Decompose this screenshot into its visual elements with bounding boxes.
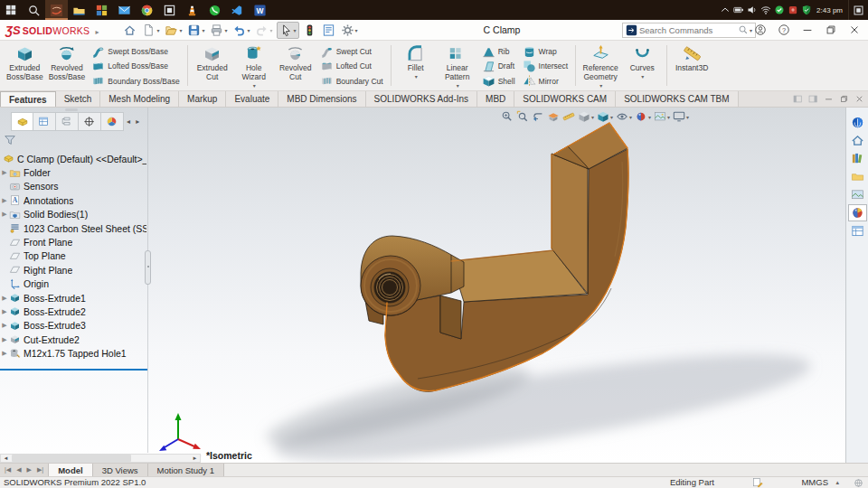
task-pane-threedexperience-button[interactable] xyxy=(848,114,867,131)
ribbon-fillet-button[interactable]: Fillet▾ xyxy=(395,42,437,89)
task-pane-appearances-button[interactable] xyxy=(848,204,867,221)
help-button[interactable]: ? xyxy=(772,21,796,39)
tab-markup[interactable]: Markup xyxy=(179,91,226,107)
expand-arrow-icon[interactable]: ▶ xyxy=(0,308,9,315)
prev-tab-icon[interactable]: ◀ xyxy=(14,466,24,474)
taskbar-tb-whatsapp-button[interactable] xyxy=(203,0,226,20)
model-tab-model[interactable]: Model xyxy=(49,464,92,476)
taskbar-tb-word-button[interactable]: W xyxy=(249,0,271,20)
ribbon-linear-pattern-button[interactable]: Linear Pattern▾ xyxy=(437,42,478,89)
tree-item-solid-bodies-1[interactable]: ▶Solid Bodies(1) xyxy=(0,208,146,221)
options-dropdown-icon[interactable]: ▾ xyxy=(355,27,358,33)
hide-show-items-dropdown-icon[interactable]: ▾ xyxy=(629,114,632,120)
tree-item-boss-extrude3[interactable]: ▶Boss-Extrude3 xyxy=(0,319,146,333)
ribbon-reference-geometry-button[interactable]: Reference Geometry▾ xyxy=(580,42,621,89)
filter-icon[interactable] xyxy=(4,134,16,146)
dock-pane-right-button[interactable] xyxy=(808,94,818,104)
tab-evaluate[interactable]: Evaluate xyxy=(226,91,278,107)
taskbar-tb-vlc-button[interactable] xyxy=(181,0,203,20)
ribbon-extruded-cut-button[interactable]: Extruded Cut xyxy=(192,42,233,89)
file-properties-button[interactable] xyxy=(320,23,337,38)
task-pane-tp-explorer-button[interactable] xyxy=(848,168,867,185)
display-style-button[interactable]: ▾ xyxy=(596,110,614,123)
rollback-bar[interactable] xyxy=(0,369,147,371)
new-document-dropdown-icon[interactable]: ▾ xyxy=(156,27,159,33)
tab-solidworks-cam-tbm[interactable]: SOLIDWORKS CAM TBM xyxy=(616,91,739,107)
tray-tray-chevron-button[interactable] xyxy=(718,0,731,20)
ribbon-reference-geometry-dropdown-icon[interactable]: ▾ xyxy=(599,82,602,89)
expand-arrow-icon[interactable]: ▶ xyxy=(0,169,9,176)
tree-item-boss-extrude1[interactable]: ▶Boss-Extrude1 xyxy=(0,291,146,305)
menu-flyout-arrow-icon[interactable]: ▸ xyxy=(95,28,99,36)
login-button[interactable] xyxy=(749,21,772,39)
tray-speaker-button[interactable] xyxy=(745,0,759,20)
action-center-icon[interactable] xyxy=(848,0,868,20)
tab-mesh-modeling[interactable]: Mesh Modeling xyxy=(100,91,179,107)
task-pane-custom-properties-button[interactable] xyxy=(848,222,867,239)
ribbon-hole-wizard-dropdown-icon[interactable]: ▾ xyxy=(253,82,256,89)
ribbon-swept-boss-base-button[interactable]: Swept Boss/Base xyxy=(88,44,183,59)
ribbon-instant3d-button[interactable]: Instant3D xyxy=(671,42,712,89)
new-document-button[interactable]: ▾ xyxy=(140,23,161,38)
first-tab-icon[interactable]: |◀ xyxy=(2,466,14,474)
tree-item-annotations[interactable]: ▶AAnnotations xyxy=(0,193,146,207)
scroll-left-icon[interactable]: ◄ xyxy=(1,455,11,461)
taskbar-tb-mail-button[interactable] xyxy=(113,0,136,20)
tree-item-sensors[interactable]: Sensors xyxy=(0,180,146,193)
model-tab-motion-study-1[interactable]: Motion Study 1 xyxy=(148,464,224,476)
measure-button[interactable] xyxy=(561,110,576,123)
zoom-to-area-button[interactable] xyxy=(515,110,530,123)
redo-dropdown-icon[interactable]: ▾ xyxy=(269,27,272,33)
taskbar-tb-office-button[interactable] xyxy=(90,0,113,20)
ribbon-hole-wizard-button[interactable]: Hole Wizard▾ xyxy=(233,42,275,89)
expand-arrow-icon[interactable]: ▶ xyxy=(0,197,9,204)
ribbon-extruded-boss-base-button[interactable]: Extruded Boss/Base xyxy=(4,42,46,89)
solidworks-logo[interactable]: ƷS SOLIDWORKS ▸ xyxy=(5,23,99,37)
next-tab-icon[interactable]: ▶ xyxy=(24,466,34,474)
tray-defender-button[interactable] xyxy=(799,0,813,20)
expand-arrow-icon[interactable]: ▶ xyxy=(0,295,9,302)
tab-features[interactable]: Features xyxy=(0,91,56,107)
tab-navigation-buttons[interactable]: |◀ ◀ ▶ ▶| xyxy=(0,464,49,476)
view-settings-dropdown-icon[interactable]: ▾ xyxy=(686,114,689,120)
ribbon-intersect-button[interactable]: Intersect xyxy=(519,59,572,73)
tree-item-origin[interactable]: Origin xyxy=(0,277,146,291)
ribbon-mirror-button[interactable]: Mirror xyxy=(519,74,572,89)
tags-globe-icon[interactable] xyxy=(854,477,863,488)
ribbon-boundary-cut-button[interactable]: Boundary Cut xyxy=(316,74,387,89)
ribbon-draft-button[interactable]: Draft xyxy=(478,59,519,73)
ribbon-wrap-button[interactable]: Wrap xyxy=(519,44,572,59)
tree-item-1023-carbon-steel-sheet-ss[interactable]: 1023 Carbon Steel Sheet (SS) xyxy=(0,221,146,235)
tray-wifi-button[interactable] xyxy=(759,0,772,20)
save-button[interactable]: ▾ xyxy=(185,23,206,38)
undo-dropdown-icon[interactable]: ▾ xyxy=(247,27,250,33)
taskbar-tb-window-button[interactable] xyxy=(158,0,181,20)
tree-horizontal-scrollbar[interactable]: ◄ ► xyxy=(0,454,201,463)
edit-appearance-dropdown-icon[interactable]: ▾ xyxy=(648,114,651,120)
ribbon-revolved-cut-button[interactable]: Revolved Cut xyxy=(275,42,316,89)
tab-mbd[interactable]: MBD xyxy=(477,91,514,107)
options-button[interactable]: ▾ xyxy=(339,23,360,38)
ribbon-revolved-boss-base-button[interactable]: Revolved Boss/Base xyxy=(46,42,89,89)
expand-arrow-icon[interactable]: ▶ xyxy=(0,336,9,343)
task-pane-design-library-button[interactable] xyxy=(848,150,867,167)
redo-button[interactable]: ▾ xyxy=(253,23,274,38)
fm-tab-scroll-arrows[interactable]: ◂ ▸ xyxy=(127,117,141,126)
edit-appearance-button[interactable]: ▾ xyxy=(634,110,652,123)
task-pane-tp-home-button[interactable] xyxy=(848,132,867,149)
open-button[interactable]: ▾ xyxy=(163,23,184,38)
restore-button[interactable] xyxy=(819,21,843,39)
ribbon-boundary-boss-base-button[interactable]: Boundary Boss/Base xyxy=(88,74,183,89)
apply-scene-dropdown-icon[interactable]: ▾ xyxy=(667,114,670,120)
tab-solidworks-cam[interactable]: SOLIDWORKS CAM xyxy=(514,91,616,107)
expand-arrow-icon[interactable]: ▶ xyxy=(0,211,9,218)
apply-scene-button[interactable]: ▾ xyxy=(653,110,671,123)
tree-item-m12x1-75-tapped-hole1[interactable]: ▶M12x1.75 Tapped Hole1 xyxy=(0,346,146,360)
search-icon[interactable] xyxy=(738,24,749,35)
taskbar-tb-chrome-button[interactable] xyxy=(136,0,158,20)
view-orientation-dropdown-icon[interactable]: ▾ xyxy=(591,114,594,120)
ribbon-lofted-cut-button[interactable]: Lofted Cut xyxy=(316,59,387,73)
print-dropdown-icon[interactable]: ▾ xyxy=(224,27,227,33)
tree-item-folder[interactable]: ▶Folder xyxy=(0,165,146,179)
ribbon-shell-button[interactable]: Shell xyxy=(478,74,519,89)
